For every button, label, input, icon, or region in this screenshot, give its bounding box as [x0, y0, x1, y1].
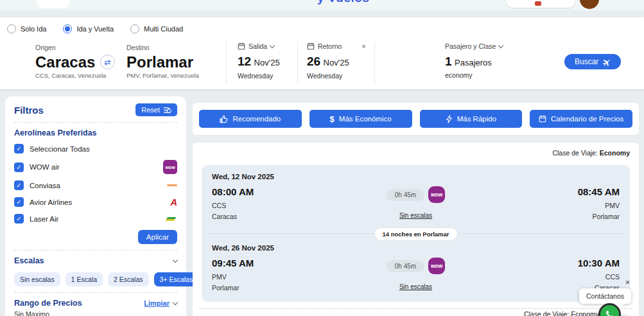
stops-option-sin-escalas[interactable]: Sin escalas [14, 272, 60, 286]
arrival-city: Porlamar [487, 213, 620, 220]
stops-option-3plus-escalas[interactable]: 3+ Escalas [154, 272, 199, 286]
segment-middle: 0h 45m wow Sin escalas [345, 186, 487, 220]
passenger-class-field[interactable]: Pasajero y Clase 1 Pasajeros economy [445, 42, 503, 79]
departure-time: 08:00 AM [212, 186, 345, 197]
departure-month: Nov'25 [254, 58, 280, 67]
apply-filters-button[interactable]: Aplicar [138, 230, 177, 244]
contact-tooltip-label: Contáctanos [586, 292, 624, 300]
clear-price-link[interactable]: Limpiar [144, 299, 170, 307]
check-icon: ✓ [16, 215, 21, 222]
flight-itinerary-card[interactable]: Wed, 12 Nov 2025 08:00 AM CCS Caracas 0h… [202, 165, 630, 302]
passenger-class: economy [445, 71, 503, 79]
sort-label: Calendario de Precios [551, 115, 623, 123]
filters-title: Filtros [14, 105, 44, 116]
calendar-icon [238, 42, 245, 50]
radio-icon[interactable] [7, 24, 16, 33]
return-month: Nov'25 [324, 58, 349, 67]
airline-filter-wow-air[interactable]: ✓ WOW air wow [14, 160, 177, 174]
divider [14, 292, 177, 293]
checkbox-checked[interactable]: ✓ [14, 180, 24, 190]
departure-label: Salida [248, 42, 267, 50]
airline-filter-avior[interactable]: ✓ Avior Airlines A [14, 197, 177, 207]
arrival-code: CCS [487, 273, 620, 281]
departure-city: Caracas [212, 213, 345, 220]
search-card: Solo Ida Ida y Vuelta Multi Ciudad Orige… [0, 17, 644, 89]
divider [14, 122, 177, 123]
origin-city: Caracas [35, 53, 106, 71]
swap-glyph: ⇄ [104, 58, 110, 67]
departure-code: CCS [212, 202, 345, 209]
close-icon[interactable]: × [625, 277, 630, 287]
destination-city: Porlamar [126, 53, 199, 71]
segment-date: Wed, 26 Nov 2025 [212, 244, 620, 252]
contact-tooltip: Contáctanos × [579, 288, 631, 304]
chevron-down-icon[interactable] [173, 299, 178, 304]
reset-label: Reset [141, 106, 160, 114]
airline-filter-conviasa[interactable]: ✓ Conviasa [14, 180, 177, 190]
airline-filter-laser[interactable]: ✓ Laser Air [14, 214, 177, 224]
swap-origin-destination-icon[interactable]: ⇄ [100, 55, 115, 69]
chevron-down-icon [498, 42, 503, 48]
duration-pill: 0h 45m [387, 260, 424, 272]
sort-price-calendar-button[interactable]: Calendario de Precios [530, 110, 632, 128]
divider [374, 42, 375, 84]
checkbox-checked[interactable]: ✓ [14, 144, 24, 154]
calendar-icon [307, 42, 315, 50]
site-logo[interactable] [37, 0, 70, 8]
checkbox-checked[interactable]: ✓ [14, 197, 24, 207]
destination-field[interactable]: Destino Porlamar PMV, Porlamar, Venezuel… [126, 44, 199, 79]
avior-logo: A [170, 197, 177, 207]
checkbox-checked[interactable]: ✓ [14, 162, 24, 172]
arrival-info: 10:30 AM CCS Caracas [487, 258, 620, 292]
passenger-unit: Pasajeros [455, 58, 492, 67]
stops-link[interactable]: Sin escalas [399, 283, 432, 290]
return-date-field[interactable]: Retorno × 26 Nov'25 Wednesday [307, 42, 366, 80]
search-button[interactable]: Buscar [564, 54, 621, 69]
chevron-down-icon [270, 42, 275, 48]
radio-label: Solo Ida [21, 25, 46, 33]
sort-label: Recomendado [232, 115, 281, 123]
origin-field[interactable]: Origen Caracas CCS, Caracas, Venezuela [35, 44, 106, 79]
chevron-down-icon[interactable] [173, 257, 178, 262]
return-segment: Wed, 26 Nov 2025 09:45 AM PMV Porlamar 0… [212, 244, 620, 292]
arrival-info: 08:45 AM PMV Porlamar [487, 186, 620, 220]
sort-cheapest-button[interactable]: $ Más Económico [309, 110, 412, 128]
stops-link[interactable]: Sin escalas [399, 212, 432, 219]
radio-solo-ida[interactable]: Solo Ida [7, 24, 46, 33]
return-day: 26 [307, 55, 320, 68]
clear-return-icon[interactable]: × [361, 42, 365, 50]
dollar-icon: $ [330, 114, 335, 124]
price-section-title: Rango de Precios [14, 299, 82, 308]
filter-reset-icon [163, 107, 171, 114]
departure-day: 12 [238, 55, 251, 68]
radio-ida-y-vuelta[interactable]: Ida y Vuelta [63, 24, 114, 33]
checkbox-checked[interactable]: ✓ [14, 214, 24, 224]
travel-class-label: Clase de Viaje: [552, 149, 597, 157]
duration-pill: 0h 45m [387, 189, 424, 201]
divider [199, 308, 632, 309]
arrival-code: PMV [487, 202, 620, 209]
results-panel: Clase de Viaje: Economy Wed, 12 Nov 2025… [193, 143, 639, 316]
sort-fastest-button[interactable]: Más Rápido [420, 110, 523, 128]
travel-class-value: Economy [600, 149, 630, 157]
stops-section-title: Escalas [14, 256, 44, 265]
radio-multi-ciudad[interactable]: Multi Ciudad [130, 24, 183, 33]
segment-date: Wed, 12 Nov 2025 [212, 173, 620, 180]
departure-date-field[interactable]: Salida 12 Nov'25 Wednesday [238, 42, 280, 80]
return-weekday: Wednesday [307, 72, 366, 80]
laser-air-logo [166, 216, 177, 222]
radio-icon[interactable] [130, 24, 139, 33]
stops-option-2-escalas[interactable]: 2 Escalas [108, 272, 149, 286]
passenger-count: 1 [445, 55, 452, 68]
airline-filter-select-all[interactable]: ✓ Seleccionar Todas [14, 144, 177, 154]
radio-selected-icon[interactable] [63, 24, 72, 33]
origin-label: Origen [35, 44, 106, 51]
airline-label: Avior Airlines [30, 198, 72, 206]
check-icon: ✓ [16, 198, 21, 206]
divider [297, 42, 298, 84]
sort-recommended-button[interactable]: Recomendado [199, 110, 302, 128]
currency-selector[interactable] [507, 0, 575, 8]
reset-filters-button[interactable]: Reset [135, 103, 177, 116]
stops-option-1-escala[interactable]: 1 Escala [65, 272, 103, 286]
user-avatar[interactable] [580, 0, 599, 9]
